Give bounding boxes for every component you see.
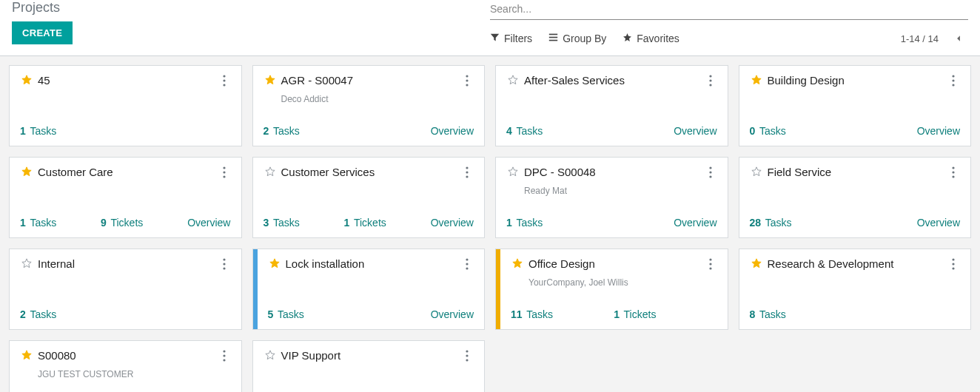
tasks-link[interactable]: 1 Tasks (20, 125, 56, 137)
favorite-toggle[interactable] (511, 257, 524, 270)
card-menu-button[interactable] (218, 257, 231, 274)
favorite-toggle[interactable] (20, 165, 33, 178)
favorite-toggle[interactable] (20, 73, 33, 87)
svg-point-6 (466, 75, 468, 77)
project-card[interactable]: Office Design YourCompany, Joel Willis 1… (495, 249, 728, 330)
favorite-toggle[interactable] (20, 257, 33, 270)
page-title: Projects (12, 0, 490, 16)
card-menu-button[interactable] (947, 165, 960, 183)
tasks-link[interactable]: 2 Tasks (264, 125, 300, 137)
project-card[interactable]: DPC - S00048 Ready Mat 1 Tasks Overview (495, 157, 728, 238)
project-title: AGR - S00047 (281, 73, 461, 88)
tickets-link[interactable]: 9 Tickets (101, 217, 143, 229)
svg-point-17 (223, 175, 225, 178)
svg-point-27 (223, 258, 225, 260)
more-vertical-icon (223, 350, 226, 365)
card-menu-button[interactable] (704, 165, 717, 183)
create-button[interactable]: CREATE (12, 21, 73, 44)
star-icon (622, 33, 632, 44)
project-card[interactable]: Research & Development 8 Tasks (739, 249, 972, 330)
overview-link[interactable]: Overview (431, 217, 474, 229)
search-input[interactable] (490, 0, 968, 18)
overview-link[interactable]: Overview (187, 217, 230, 229)
project-card[interactable]: Field Service 28 Tasks Overview (739, 157, 972, 238)
project-subtitle: Ready Mat (524, 186, 717, 196)
tasks-link[interactable]: 4 Tasks (506, 125, 543, 137)
more-vertical-icon (466, 258, 469, 273)
project-title: Office Design (528, 257, 704, 271)
card-menu-button[interactable] (218, 348, 231, 366)
overview-link[interactable]: Overview (917, 217, 960, 229)
project-card[interactable]: Internal 2 Tasks (9, 249, 242, 330)
svg-point-41 (223, 359, 225, 361)
project-title: DPC - S00048 (524, 165, 704, 180)
card-menu-button[interactable] (460, 257, 474, 274)
favorites-button[interactable]: Favorites (622, 33, 679, 44)
card-menu-button[interactable] (704, 73, 717, 91)
favorite-toggle[interactable] (750, 165, 763, 178)
project-card[interactable]: Customer Services 3 Tasks 1 Tickets Over… (252, 157, 486, 238)
svg-point-7 (466, 79, 468, 81)
favorite-toggle[interactable] (750, 257, 763, 270)
favorite-toggle[interactable] (20, 348, 33, 362)
project-card[interactable]: Building Design 0 Tasks Overview (739, 65, 972, 146)
project-card[interactable]: After-Sales Services 4 Tasks Overview (495, 65, 728, 146)
card-menu-button[interactable] (704, 257, 717, 274)
card-menu-button[interactable] (460, 73, 474, 91)
project-card[interactable]: S00080 JGU TEST CUSTOMER (9, 340, 242, 392)
svg-point-20 (466, 175, 468, 178)
svg-point-39 (223, 350, 225, 352)
tasks-link[interactable]: 28 Tasks (750, 217, 792, 229)
svg-point-36 (952, 258, 954, 260)
card-menu-button[interactable] (218, 165, 231, 183)
overview-link[interactable]: Overview (674, 217, 716, 229)
favorite-toggle[interactable] (506, 165, 520, 178)
svg-point-28 (223, 263, 225, 265)
more-vertical-icon (223, 75, 226, 89)
card-menu-button[interactable] (460, 348, 474, 366)
project-card[interactable]: VIP Support (252, 340, 486, 392)
svg-point-11 (709, 84, 711, 86)
project-title: Research & Development (768, 257, 947, 271)
overview-link[interactable]: Overview (431, 125, 474, 137)
pager-prev-button[interactable] (949, 29, 968, 48)
tasks-link[interactable]: 5 Tasks (268, 308, 304, 320)
overview-link[interactable]: Overview (431, 308, 474, 320)
more-vertical-icon (952, 75, 955, 89)
project-card[interactable]: AGR - S00047 Deco Addict 2 Tasks Overvie… (252, 65, 486, 146)
project-title: After-Sales Services (524, 73, 704, 88)
svg-point-24 (952, 166, 954, 169)
filters-button[interactable]: Filters (490, 33, 532, 44)
project-subtitle: JGU TEST CUSTOMER (38, 369, 231, 379)
tasks-link[interactable]: 1 Tasks (506, 217, 543, 229)
project-title: Customer Care (38, 165, 218, 180)
overview-link[interactable]: Overview (917, 125, 960, 137)
tickets-link[interactable]: 1 Tickets (344, 217, 386, 229)
overview-link[interactable]: Overview (674, 125, 716, 137)
card-menu-button[interactable] (460, 165, 474, 183)
tasks-link[interactable]: 11 Tasks (511, 308, 553, 320)
favorite-toggle[interactable] (750, 73, 763, 87)
tasks-link[interactable]: 8 Tasks (750, 308, 786, 320)
favorite-toggle[interactable] (268, 257, 281, 270)
more-vertical-icon (466, 350, 469, 365)
favorite-toggle[interactable] (264, 165, 277, 178)
card-menu-button[interactable] (947, 257, 960, 274)
favorite-toggle[interactable] (264, 73, 277, 87)
tasks-link[interactable]: 3 Tasks (264, 217, 300, 229)
favorite-toggle[interactable] (264, 348, 277, 362)
card-status-edge (253, 249, 258, 329)
tasks-link[interactable]: 1 Tasks (20, 217, 56, 229)
card-menu-button[interactable] (218, 73, 231, 91)
project-card[interactable]: 45 1 Tasks (9, 65, 242, 146)
group-by-button[interactable]: Group By (548, 33, 606, 44)
card-menu-button[interactable] (947, 73, 960, 91)
more-vertical-icon (952, 166, 955, 181)
favorite-toggle[interactable] (506, 73, 520, 87)
project-card[interactable]: Customer Care 1 Tasks 9 Tickets Overview (9, 157, 242, 238)
tasks-link[interactable]: 2 Tasks (20, 308, 56, 320)
svg-point-35 (709, 267, 711, 269)
project-card[interactable]: Lock installation 5 Tasks Overview (252, 249, 486, 330)
tasks-link[interactable]: 0 Tasks (750, 125, 786, 137)
tickets-link[interactable]: 1 Tickets (614, 308, 656, 320)
